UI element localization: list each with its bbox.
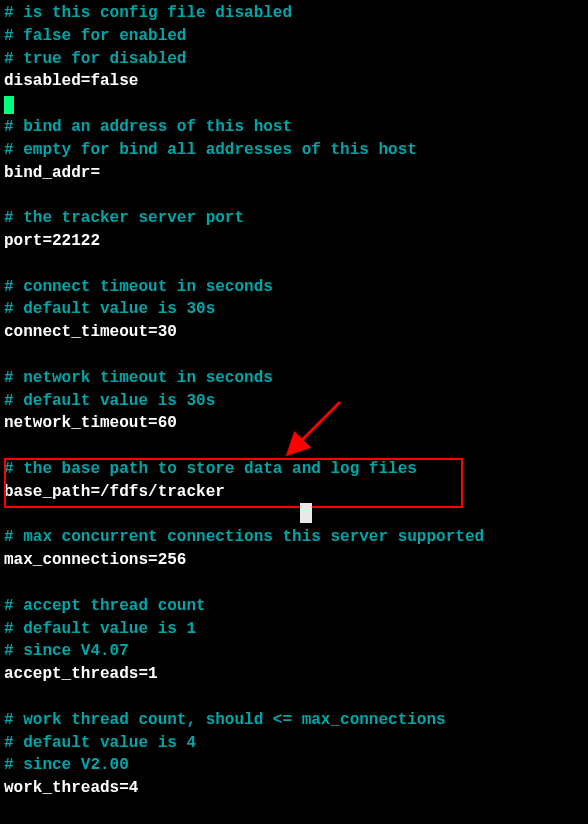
terminal-line: [4, 504, 584, 527]
terminal-line: [4, 686, 584, 709]
terminal-line: # empty for bind all addresses of this h…: [4, 139, 584, 162]
terminal-line: # the tracker server port: [4, 207, 584, 230]
terminal-line: # is this config file disabled: [4, 2, 584, 25]
terminal-line: # false for enabled: [4, 25, 584, 48]
terminal-line: [4, 184, 584, 207]
terminal-line: # default value is 1: [4, 618, 584, 641]
terminal-line: # accept thread count: [4, 595, 584, 618]
terminal-line: accept_threads=1: [4, 663, 584, 686]
text-cursor: [300, 503, 312, 523]
terminal-line: # default value is 30s: [4, 298, 584, 321]
terminal-line: # since V4.07: [4, 640, 584, 663]
block-cursor: [4, 96, 14, 114]
terminal-line: # work thread count, should <= max_conne…: [4, 709, 584, 732]
terminal-line: connect_timeout=30: [4, 321, 584, 344]
terminal-line: network_timeout=60: [4, 412, 584, 435]
terminal-line: [4, 93, 584, 116]
terminal-line: max_connections=256: [4, 549, 584, 572]
terminal-line: # default value is 4: [4, 732, 584, 755]
terminal-line: # the base path to store data and log fi…: [4, 458, 584, 481]
terminal-line: [4, 435, 584, 458]
terminal-line: [4, 253, 584, 276]
terminal-viewport[interactable]: # is this config file disabled# false fo…: [0, 0, 588, 802]
terminal-line: # true for disabled: [4, 48, 584, 71]
terminal-line: bind_addr=: [4, 162, 584, 185]
terminal-line: base_path=/fdfs/tracker: [4, 481, 584, 504]
terminal-line: port=22122: [4, 230, 584, 253]
terminal-line: [4, 572, 584, 595]
terminal-line: # bind an address of this host: [4, 116, 584, 139]
terminal-line: # default value is 30s: [4, 390, 584, 413]
terminal-line: [4, 344, 584, 367]
terminal-line: # max concurrent connections this server…: [4, 526, 584, 549]
terminal-line: disabled=false: [4, 70, 584, 93]
terminal-line: # since V2.00: [4, 754, 584, 777]
terminal-line: work_threads=4: [4, 777, 584, 800]
terminal-line: # connect timeout in seconds: [4, 276, 584, 299]
terminal-line: # network timeout in seconds: [4, 367, 584, 390]
